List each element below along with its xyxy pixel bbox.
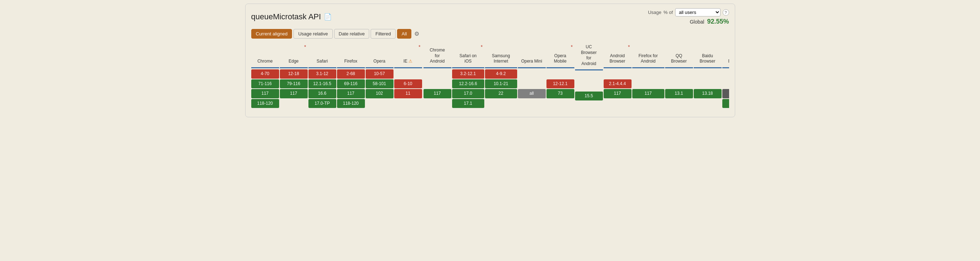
- tab-current-aligned[interactable]: Current aligned: [251, 29, 292, 38]
- cell: 2.1-4.4.4: [604, 80, 632, 89]
- col-edge: * Edge 12-18 79-116 117: [280, 43, 308, 111]
- cell: 12.1-16.5: [309, 80, 336, 89]
- star-icon: *: [628, 44, 630, 50]
- cell: 2-68: [337, 69, 365, 79]
- usage-area: Usage % of all users tracked users ? Glo…: [648, 8, 729, 25]
- chrome-android-bar: [423, 67, 452, 68]
- qq-browser-bar: [665, 67, 693, 68]
- col-opera-mobile: * OperaMobile 12-12.1 73: [546, 43, 574, 111]
- col-firefox: Firefox 2-68 69-116 117 118-120: [337, 43, 365, 111]
- col-android-browser: * AndroidBrowser 2.1-4.4.4 117: [604, 43, 632, 111]
- ie-header: * IE ⚠: [394, 43, 422, 67]
- cell: [518, 69, 546, 79]
- tabs-row: Current aligned Usage relative Date rela…: [251, 29, 729, 38]
- qq-browser-header: QQBrowser: [665, 43, 693, 67]
- edge-header: * Edge: [280, 43, 308, 67]
- safari-header: Safari: [309, 43, 336, 67]
- cell: [694, 80, 722, 89]
- opera-mobile-label: OperaMobile: [554, 53, 566, 64]
- cell: 117: [604, 89, 632, 98]
- uc-browser-label: UCBrowserforAndroid: [581, 45, 597, 67]
- cell: [423, 80, 452, 89]
- opera-mobile-bar: [546, 67, 574, 68]
- tab-filtered[interactable]: Filtered: [371, 29, 395, 38]
- cell: 12-12.1: [546, 80, 574, 89]
- tab-date-relative[interactable]: Date relative: [334, 29, 369, 38]
- col-safari: Safari 3.1-12 12.1-16.5 16.6 17.0-TP: [309, 43, 336, 111]
- cell: 10.1-21: [485, 80, 517, 89]
- samsung-bar: [485, 67, 517, 68]
- percent-of-label: % of: [663, 10, 673, 15]
- user-type-select[interactable]: all users tracked users: [675, 8, 721, 16]
- baidu-browser-label: BaiduBrowser: [700, 53, 715, 64]
- qq-browser-label: QQBrowser: [671, 53, 687, 64]
- star-icon: *: [304, 44, 306, 50]
- chrome-label: Chrome: [257, 59, 273, 64]
- page-title: queueMicrotask API: [251, 12, 321, 21]
- cell: [722, 80, 729, 89]
- help-button[interactable]: ?: [723, 9, 729, 16]
- settings-icon[interactable]: ⚙: [414, 30, 419, 37]
- cell: [366, 99, 393, 108]
- kaios-browser-label: KaiOSBrowser: [728, 53, 729, 64]
- cell: [546, 69, 574, 79]
- cell: [575, 81, 603, 91]
- cell: [665, 99, 693, 108]
- cell: 71-116: [251, 80, 279, 89]
- cell: 58-101: [366, 80, 393, 89]
- opera-mini-bar: [518, 67, 546, 68]
- firefox-android-header: Firefox forAndroid: [632, 43, 664, 67]
- cell: [632, 99, 664, 108]
- col-qq-browser: QQBrowser 13.1: [665, 43, 693, 111]
- cell: 22: [485, 89, 517, 98]
- cell: 11: [394, 89, 422, 98]
- tab-all[interactable]: All: [397, 29, 411, 38]
- uc-browser-header: UCBrowserforAndroid: [575, 43, 603, 69]
- cell: 16.6: [309, 89, 336, 98]
- cell: [280, 99, 308, 108]
- cell: [575, 72, 603, 81]
- android-browser-header: * AndroidBrowser: [604, 43, 632, 67]
- cell: 69-116: [337, 80, 365, 89]
- cell: 118-120: [337, 99, 365, 108]
- baidu-browser-header: BaiduBrowser: [694, 43, 722, 67]
- baidu-browser-bar: [694, 67, 722, 68]
- ie-bar: [394, 67, 422, 68]
- cell: [575, 101, 603, 110]
- warn-icon: ⚠: [409, 59, 412, 64]
- chrome-android-label: ChromeforAndroid: [430, 48, 445, 64]
- title-area: queueMicrotask API 📄: [251, 12, 332, 21]
- cell: 117: [423, 89, 452, 98]
- col-samsung-internet: SamsungInternet 4-9.2 10.1-21 22: [485, 43, 517, 111]
- usage-top: Usage % of all users tracked users ?: [648, 8, 729, 16]
- edge-bar: [280, 67, 308, 68]
- tab-usage-relative[interactable]: Usage relative: [293, 29, 332, 38]
- global-label: Global: [690, 19, 704, 25]
- cell: 117: [632, 89, 664, 98]
- cell: [722, 69, 729, 79]
- cell: [665, 69, 693, 79]
- doc-icon[interactable]: 📄: [324, 13, 332, 21]
- kaios-browser-header: KaiOSBrowser: [722, 43, 729, 67]
- col-opera-mini: Opera Mini all: [518, 43, 546, 111]
- opera-bar: [366, 67, 393, 68]
- global-value: 92.55%: [707, 18, 729, 25]
- opera-mobile-header: * OperaMobile: [546, 43, 574, 67]
- safari-ios-bar: [452, 67, 484, 68]
- star-icon: *: [571, 44, 573, 50]
- cell: [546, 99, 574, 108]
- cell: 2.5: [722, 89, 729, 98]
- firefox-android-label: Firefox forAndroid: [638, 53, 658, 64]
- kaios-browser-bar: [722, 67, 729, 68]
- usage-label: Usage: [648, 10, 662, 15]
- safari-ios-header: * Safari oniOS: [452, 43, 484, 67]
- safari-ios-label: Safari oniOS: [459, 53, 476, 64]
- cell: [518, 99, 546, 108]
- col-kaios-browser: KaiOSBrowser 2.5 3.1: [722, 43, 729, 111]
- cell: 117: [337, 89, 365, 98]
- chrome-android-header: ChromeforAndroid: [423, 43, 452, 67]
- uc-browser-bar: [575, 69, 603, 70]
- cell: [694, 99, 722, 108]
- cell: 15.5: [575, 92, 603, 101]
- cell: [694, 69, 722, 79]
